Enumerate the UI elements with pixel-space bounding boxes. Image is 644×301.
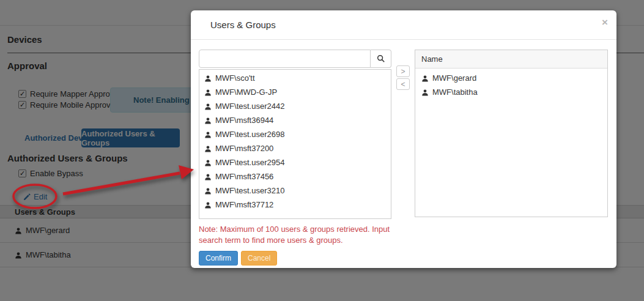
person-icon bbox=[204, 187, 212, 195]
user-item[interactable]: MWF\test.user2954 bbox=[199, 155, 391, 169]
max-users-note: Note: Maximum of 100 users & groups retr… bbox=[199, 224, 414, 246]
modal-body: MWF\sco'ttMWF\MWD-G-JPMWF\test.user2442M… bbox=[191, 40, 616, 219]
search-button[interactable] bbox=[371, 50, 391, 68]
user-item[interactable]: MWF\msft37712 bbox=[199, 198, 391, 212]
selected-users-header: Name bbox=[415, 50, 607, 69]
close-icon[interactable]: × bbox=[602, 17, 608, 28]
confirm-button[interactable]: Confirm bbox=[199, 251, 238, 266]
person-icon bbox=[204, 145, 212, 152]
user-name-label: MWF\msft37200 bbox=[215, 144, 273, 153]
selected-users-column: Name MWF\gerardMWF\tabitha bbox=[415, 50, 608, 219]
person-icon bbox=[204, 173, 212, 180]
search-icon bbox=[377, 54, 385, 63]
available-users-column: MWF\sco'ttMWF\MWD-G-JPMWF\test.user2442M… bbox=[199, 50, 391, 219]
cancel-button[interactable]: Cancel bbox=[241, 251, 277, 266]
user-item[interactable]: MWF\tabitha bbox=[415, 85, 607, 99]
user-name-label: MWF\msft37456 bbox=[215, 172, 273, 181]
available-users-list: MWF\sco'ttMWF\MWD-G-JPMWF\test.user2442M… bbox=[199, 69, 391, 219]
search-group bbox=[199, 50, 391, 68]
move-left-button[interactable]: < bbox=[396, 78, 410, 90]
selected-users-list: MWF\gerardMWF\tabitha bbox=[415, 69, 607, 99]
person-icon bbox=[204, 131, 212, 138]
person-icon bbox=[204, 201, 212, 209]
user-item[interactable]: MWF\sco'tt bbox=[199, 71, 391, 85]
move-right-button[interactable]: > bbox=[396, 65, 410, 77]
user-name-label: MWF\gerard bbox=[432, 73, 476, 83]
user-item[interactable]: MWF\test.user2698 bbox=[199, 127, 391, 141]
user-name-label: MWF\test.user2954 bbox=[215, 158, 284, 167]
modal-actions: Confirm Cancel bbox=[199, 251, 608, 266]
transfer-buttons: > < bbox=[391, 50, 415, 219]
user-item[interactable]: MWF\gerard bbox=[415, 71, 607, 85]
user-name-label: MWF\tabitha bbox=[432, 87, 478, 97]
user-name-label: MWF\msft36944 bbox=[215, 116, 273, 125]
user-item[interactable]: MWF\test.user3210 bbox=[199, 184, 391, 198]
person-icon bbox=[204, 159, 212, 166]
modal-header: Users & Groups × bbox=[191, 10, 616, 40]
user-item[interactable]: MWF\msft37200 bbox=[199, 141, 391, 155]
person-icon bbox=[421, 75, 429, 82]
user-name-label: MWF\test.user2698 bbox=[215, 130, 284, 139]
person-icon bbox=[204, 89, 212, 96]
person-icon bbox=[421, 89, 429, 96]
user-name-label: MWF\MWD-G-JP bbox=[215, 87, 277, 97]
person-icon bbox=[204, 75, 212, 82]
user-name-label: MWF\msft37712 bbox=[215, 200, 273, 209]
users-groups-modal: Users & Groups × MWF\sco'ttMWF\MWD-G-JPM… bbox=[191, 10, 616, 268]
user-item[interactable]: MWF\MWD-G-JP bbox=[199, 85, 391, 99]
search-input[interactable] bbox=[199, 50, 371, 68]
selected-users-panel: Name MWF\gerardMWF\tabitha bbox=[415, 50, 608, 217]
user-name-label: MWF\test.user3210 bbox=[215, 186, 284, 195]
user-item[interactable]: MWF\test.user2442 bbox=[199, 99, 391, 113]
user-item[interactable]: MWF\msft36944 bbox=[199, 113, 391, 127]
person-icon bbox=[204, 117, 212, 124]
modal-title: Users & Groups bbox=[210, 20, 276, 30]
user-name-label: MWF\test.user2442 bbox=[215, 102, 284, 111]
user-item[interactable]: MWF\msft37456 bbox=[199, 169, 391, 184]
user-name-label: MWF\sco'tt bbox=[215, 73, 255, 83]
person-icon bbox=[204, 103, 212, 110]
